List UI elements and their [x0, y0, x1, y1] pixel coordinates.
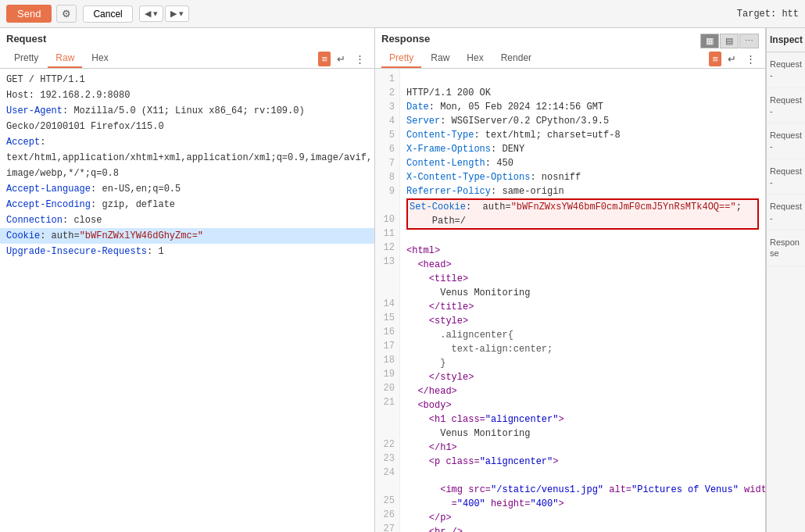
nav-back-button[interactable]: ◀ ▾: [139, 5, 163, 22]
request-tabs: Pretty Raw Hex ≡ ↵ ⋮: [6, 49, 368, 68]
req-line-9: Accept-Encoding: gzip, deflate: [0, 197, 374, 212]
request-format-icon[interactable]: ≡: [318, 52, 331, 66]
request-panel-header: Request Pretty Raw Hex ≡ ↵ ⋮: [0, 28, 374, 69]
inspect-item-2[interactable]: Request-: [767, 88, 805, 124]
request-code-area: GET / HTTP/1.1 Host: 192.168.2.9:8080 Us…: [0, 69, 374, 532]
send-button[interactable]: Send: [6, 5, 52, 23]
nav-arrows: ◀ ▾ ▶ ▾: [139, 5, 189, 22]
response-panel: Response ▦ ▤ ⋯ Pretty Raw Hex Render ≡ ↵…: [375, 28, 766, 532]
view-grid-button[interactable]: ▦: [700, 34, 719, 48]
response-wrap-icon[interactable]: ↵: [724, 52, 739, 66]
tab-response-hex[interactable]: Hex: [459, 49, 491, 68]
response-more-icon[interactable]: ⋮: [742, 52, 759, 66]
response-code-content: HTTP/1.1 200 OK Date: Mon, 05 Feb 2024 1…: [400, 69, 765, 532]
nav-fwd-button[interactable]: ▶ ▾: [165, 5, 189, 22]
response-tab-icons: ≡ ↵ ⋮: [709, 52, 759, 66]
inspect-item-1[interactable]: Request-: [767, 52, 805, 88]
target-label: Target: htt: [737, 9, 799, 20]
request-tab-icons: ≡ ↵ ⋮: [318, 52, 368, 66]
request-more-icon[interactable]: ⋮: [352, 52, 368, 66]
inspect-item-6[interactable]: Response: [767, 230, 805, 266]
tab-response-raw[interactable]: Raw: [423, 49, 457, 68]
req-line-6: text/html,application/xhtml+xml,applicat…: [0, 150, 374, 166]
req-line-2: Host: 192.168.2.9:8080: [0, 87, 374, 103]
req-line-cookie: Cookie: auth="bWFnZWxlYW46dGhyZmc=": [0, 228, 374, 244]
inspect-item-4[interactable]: Request-: [767, 159, 805, 195]
req-line-5: Accept:: [0, 134, 374, 150]
view-buttons: ▦ ▤ ⋯: [700, 34, 759, 48]
tab-request-raw[interactable]: Raw: [48, 49, 82, 68]
view-list-button[interactable]: ▤: [720, 34, 739, 48]
response-format-icon[interactable]: ≡: [709, 52, 721, 66]
tab-request-pretty[interactable]: Pretty: [6, 49, 46, 68]
inspect-item-5[interactable]: Request-: [767, 195, 805, 230]
req-line-4: Gecko/20100101 Firefox/115.0: [0, 119, 374, 134]
req-line-3: User-Agent: Mozilla/5.0 (X11; Linux x86_…: [0, 103, 374, 119]
settings-button[interactable]: ⚙: [56, 5, 77, 23]
tab-response-pretty[interactable]: Pretty: [381, 49, 421, 68]
response-code-area: 1 2 3 4 5 6 7 8 9 10 11 12 13 14 15 16 1…: [375, 69, 765, 532]
request-panel: Request Pretty Raw Hex ≡ ↵ ⋮ GET / HTTP/…: [0, 28, 375, 532]
req-line-7: image/webp,*/*;q=0.8: [0, 166, 374, 181]
cancel-button[interactable]: Cancel: [83, 5, 132, 23]
response-panel-header: Response ▦ ▤ ⋯ Pretty Raw Hex Render ≡ ↵…: [375, 28, 765, 69]
req-line-12: Upgrade-Insecure-Requests: 1: [0, 244, 374, 259]
req-line-10: Connection: close: [0, 212, 374, 228]
req-line-1: GET / HTTP/1.1: [0, 72, 374, 87]
line-numbers: 1 2 3 4 5 6 7 8 9 10 11 12 13 14 15 16 1…: [375, 69, 400, 532]
view-dots-button[interactable]: ⋯: [739, 34, 759, 48]
tab-response-render[interactable]: Render: [493, 49, 539, 68]
inspect-panel-title: Inspect: [767, 28, 805, 52]
req-line-8: Accept-Language: en-US,en;q=0.5: [0, 181, 374, 197]
toolbar: Send ⚙ Cancel ◀ ▾ ▶ ▾ Target: htt: [0, 0, 805, 28]
inspect-panel: Inspect Request- Request- Request- Reque…: [766, 28, 805, 532]
response-panel-title: Response: [381, 33, 700, 49]
main-content: Request Pretty Raw Hex ≡ ↵ ⋮ GET / HTTP/…: [0, 28, 805, 532]
inspect-item-3[interactable]: Request-: [767, 123, 805, 159]
request-panel-title: Request: [6, 33, 368, 49]
tab-request-hex[interactable]: Hex: [84, 49, 116, 68]
response-tabs: Pretty Raw Hex Render ≡ ↵ ⋮: [381, 49, 759, 68]
request-wrap-icon[interactable]: ↵: [334, 52, 349, 66]
